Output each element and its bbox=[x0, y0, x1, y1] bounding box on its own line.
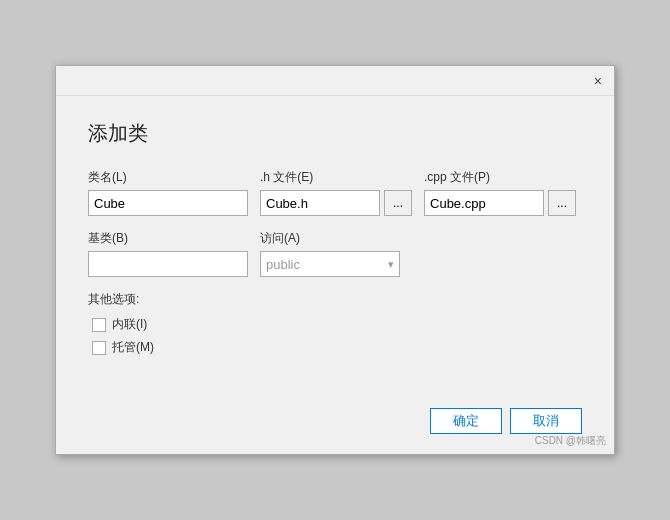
managed-checkbox[interactable] bbox=[92, 341, 106, 355]
inline-checkbox-row: 内联(I) bbox=[92, 316, 582, 333]
h-file-group: .h 文件(E) ... bbox=[260, 169, 412, 216]
form-row-base: 基类(B) 访问(A) public protected private bbox=[88, 230, 582, 277]
access-group: 访问(A) public protected private bbox=[260, 230, 400, 277]
managed-checkbox-row: 托管(M) bbox=[92, 339, 582, 356]
form-row-files: 类名(L) .h 文件(E) ... .cpp 文件(P) ... bbox=[88, 169, 582, 216]
cpp-file-group: .cpp 文件(P) ... bbox=[424, 169, 576, 216]
options-section-label: 其他选项: bbox=[88, 291, 582, 308]
add-class-dialog: × 添加类 类名(L) .h 文件(E) ... .cpp 文件(P) ... bbox=[55, 65, 615, 455]
base-class-label: 基类(B) bbox=[88, 230, 248, 247]
dialog-titlebar: × bbox=[56, 66, 614, 96]
class-name-input[interactable] bbox=[88, 190, 248, 216]
watermark: CSDN @韩曙亮 bbox=[535, 434, 606, 448]
h-file-browse-button[interactable]: ... bbox=[384, 190, 412, 216]
h-file-label: .h 文件(E) bbox=[260, 169, 412, 186]
cpp-file-browse-button[interactable]: ... bbox=[548, 190, 576, 216]
close-button[interactable]: × bbox=[590, 72, 606, 90]
base-class-input[interactable] bbox=[88, 251, 248, 277]
managed-label: 托管(M) bbox=[112, 339, 154, 356]
cancel-button[interactable]: 取消 bbox=[510, 408, 582, 434]
access-select-wrapper: public protected private bbox=[260, 251, 400, 277]
options-section: 其他选项: 内联(I) 托管(M) bbox=[88, 291, 582, 356]
cpp-file-label: .cpp 文件(P) bbox=[424, 169, 576, 186]
inline-label: 内联(I) bbox=[112, 316, 147, 333]
confirm-button[interactable]: 确定 bbox=[430, 408, 502, 434]
cpp-file-input[interactable] bbox=[424, 190, 544, 216]
base-class-group: 基类(B) bbox=[88, 230, 248, 277]
class-name-label: 类名(L) bbox=[88, 169, 248, 186]
h-file-input[interactable] bbox=[260, 190, 380, 216]
access-select[interactable]: public protected private bbox=[260, 251, 400, 277]
dialog-body: 添加类 类名(L) .h 文件(E) ... .cpp 文件(P) ... bbox=[56, 96, 614, 382]
access-label: 访问(A) bbox=[260, 230, 400, 247]
class-name-group: 类名(L) bbox=[88, 169, 248, 216]
dialog-footer: 确定 取消 bbox=[56, 392, 614, 454]
inline-checkbox[interactable] bbox=[92, 318, 106, 332]
dialog-title: 添加类 bbox=[88, 120, 582, 147]
